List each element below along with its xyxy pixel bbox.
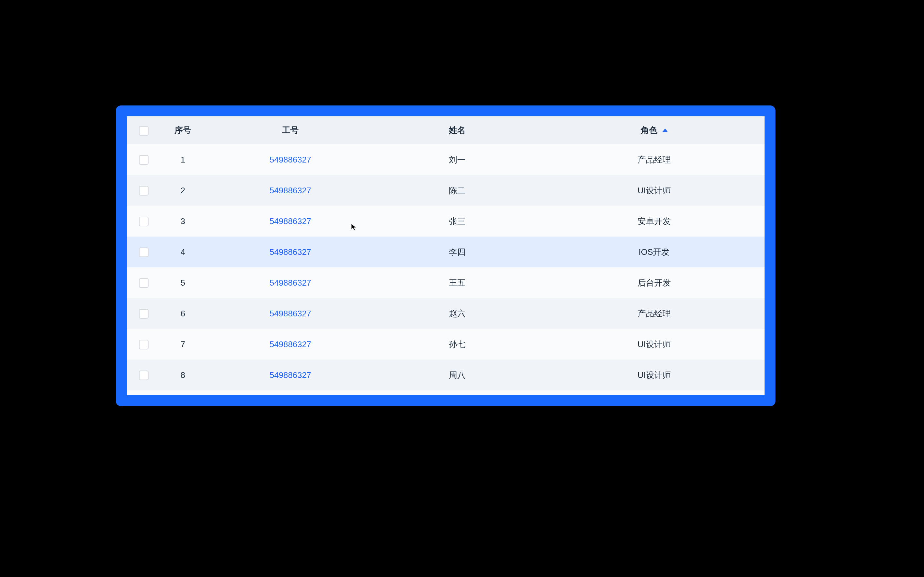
row-seq: 5: [156, 268, 210, 298]
row-name: 孙七: [371, 329, 544, 359]
header-seq[interactable]: 序号: [156, 116, 210, 144]
table-row[interactable]: 7549886327孙七UI设计师: [127, 329, 764, 359]
row-role: UI设计师: [544, 329, 764, 359]
row-id-link[interactable]: 549886327: [270, 370, 311, 380]
row-checkbox[interactable]: [139, 155, 149, 165]
row-id-cell: 549886327: [210, 359, 371, 390]
row-id-cell: 549886327: [210, 175, 371, 206]
header-role[interactable]: 角色: [544, 116, 764, 144]
row-id-cell: 549886327: [210, 144, 371, 175]
data-table: 序号 工号 姓名 角色 1549886327刘一产品经理2549886327陈二…: [127, 116, 764, 390]
row-seq: 6: [156, 298, 210, 329]
row-id-link[interactable]: 549886327: [270, 278, 311, 287]
table-scroll-region[interactable]: 序号 工号 姓名 角色 1549886327刘一产品经理2549886327陈二…: [127, 116, 764, 395]
row-checkbox-cell: [127, 175, 156, 206]
row-checkbox[interactable]: [139, 340, 149, 350]
header-role-label: 角色: [641, 125, 657, 135]
row-seq: 1: [156, 144, 210, 175]
row-name: 张三: [371, 206, 544, 237]
row-role: 产品经理: [544, 144, 764, 175]
row-checkbox-cell: [127, 268, 156, 298]
row-id-cell: 549886327: [210, 298, 371, 329]
row-seq: 4: [156, 237, 210, 268]
header-name[interactable]: 姓名: [371, 116, 544, 144]
row-checkbox-cell: [127, 329, 156, 359]
header-checkbox-cell: [127, 116, 156, 144]
row-id-link[interactable]: 549886327: [270, 309, 311, 318]
table-row[interactable]: 2549886327陈二UI设计师: [127, 175, 764, 206]
row-role: 产品经理: [544, 298, 764, 329]
row-checkbox[interactable]: [139, 278, 149, 288]
row-name: 周八: [371, 359, 544, 390]
sort-asc-icon: [662, 129, 668, 132]
table-row[interactable]: 4549886327李四IOS开发: [127, 237, 764, 268]
row-checkbox[interactable]: [139, 371, 149, 380]
row-seq: 2: [156, 175, 210, 206]
table-container: 序号 工号 姓名 角色 1549886327刘一产品经理2549886327陈二…: [127, 116, 764, 395]
row-checkbox[interactable]: [139, 186, 149, 195]
row-checkbox-cell: [127, 144, 156, 175]
row-name: 李四: [371, 237, 544, 268]
row-id-link[interactable]: 549886327: [270, 216, 311, 226]
table-body: 1549886327刘一产品经理2549886327陈二UI设计师3549886…: [127, 144, 764, 390]
row-id-cell: 549886327: [210, 329, 371, 359]
row-role: 后台开发: [544, 268, 764, 298]
row-id-link[interactable]: 549886327: [270, 155, 311, 164]
row-seq: 7: [156, 329, 210, 359]
row-checkbox[interactable]: [139, 247, 149, 257]
row-checkbox-cell: [127, 298, 156, 329]
row-checkbox[interactable]: [139, 309, 149, 319]
row-id-link[interactable]: 549886327: [270, 340, 311, 349]
row-seq: 3: [156, 206, 210, 237]
row-name: 陈二: [371, 175, 544, 206]
row-id-cell: 549886327: [210, 206, 371, 237]
select-all-checkbox[interactable]: [139, 126, 149, 135]
row-role: UI设计师: [544, 175, 764, 206]
row-role: 安卓开发: [544, 206, 764, 237]
row-checkbox[interactable]: [139, 217, 149, 226]
row-id-cell: 549886327: [210, 268, 371, 298]
table-header: 序号 工号 姓名 角色: [127, 116, 764, 144]
header-id[interactable]: 工号: [210, 116, 371, 144]
table-row[interactable]: 3549886327张三安卓开发: [127, 206, 764, 237]
row-checkbox-cell: [127, 359, 156, 390]
row-id-link[interactable]: 549886327: [270, 247, 311, 257]
row-name: 赵六: [371, 298, 544, 329]
table-row[interactable]: 5549886327王五后台开发: [127, 268, 764, 298]
table-row[interactable]: 6549886327赵六产品经理: [127, 298, 764, 329]
row-checkbox-cell: [127, 206, 156, 237]
row-role: IOS开发: [544, 237, 764, 268]
row-role: UI设计师: [544, 359, 764, 390]
row-id-cell: 549886327: [210, 237, 371, 268]
table-row[interactable]: 8549886327周八UI设计师: [127, 359, 764, 390]
row-name: 王五: [371, 268, 544, 298]
component-frame: 序号 工号 姓名 角色 1549886327刘一产品经理2549886327陈二…: [116, 105, 775, 406]
row-checkbox-cell: [127, 237, 156, 268]
row-id-link[interactable]: 549886327: [270, 185, 311, 195]
row-seq: 8: [156, 359, 210, 390]
table-row[interactable]: 1549886327刘一产品经理: [127, 144, 764, 175]
row-name: 刘一: [371, 144, 544, 175]
